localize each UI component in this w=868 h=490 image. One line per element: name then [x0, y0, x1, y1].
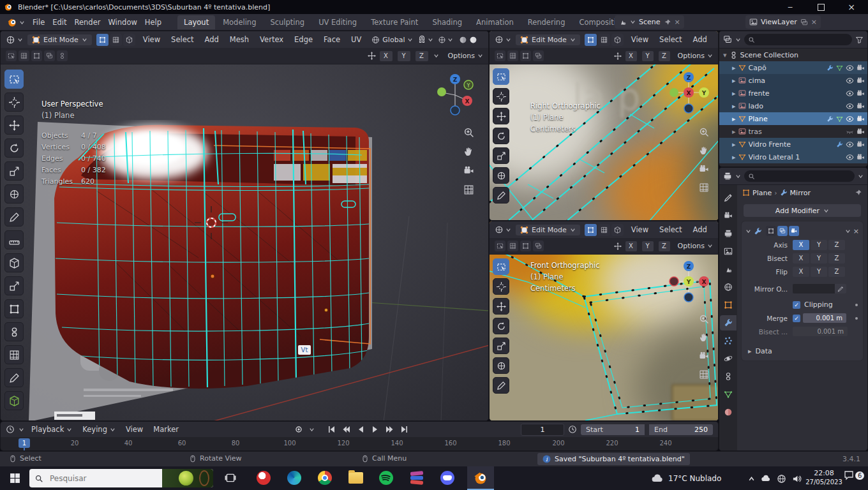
outliner-row-cima[interactable]: ▸ cima [719, 74, 867, 87]
copy-icon[interactable] [800, 19, 808, 26]
search-input[interactable] [49, 473, 150, 484]
menu-file[interactable]: File [29, 17, 48, 28]
menu-view[interactable]: View [140, 34, 163, 45]
hide-eye-icon[interactable] [846, 140, 854, 149]
menu-vertex[interactable]: Vertex [257, 34, 287, 45]
menu-render[interactable]: Render [71, 17, 104, 28]
tool-move[interactable] [4, 115, 24, 135]
camera-view-icon[interactable] [463, 165, 474, 176]
app-icon-winrar[interactable] [407, 468, 426, 487]
proportional-editing-toggle[interactable] [438, 36, 453, 44]
tool-move[interactable] [493, 108, 509, 124]
onedrive-icon[interactable] [758, 469, 774, 488]
tab-object[interactable] [720, 297, 737, 313]
menu-marker[interactable]: Marker [150, 424, 182, 435]
outliner-row-vidro-frente[interactable]: ▸ Vidro Frente [719, 138, 867, 151]
axis-x-button[interactable]: X [793, 240, 809, 250]
tool-transform[interactable] [4, 184, 24, 204]
start-button[interactable] [5, 468, 24, 487]
tool-widget-5[interactable] [57, 50, 68, 61]
navigation-gizmo[interactable]: Z Y X [433, 71, 477, 117]
tool-widget-4[interactable] [533, 241, 544, 251]
tool-inset[interactable] [4, 299, 24, 318]
breadcrumb-modifier[interactable]: Mirror [790, 189, 811, 197]
data-expander[interactable]: ▸ Data [742, 345, 863, 358]
search-input[interactable] [758, 35, 837, 45]
tab-uv-editing[interactable]: UV Editing [312, 15, 363, 29]
camera-visibility-icon[interactable] [857, 77, 865, 85]
tab-scene[interactable] [720, 262, 737, 277]
mode-dropdown[interactable]: Edit Mode [516, 225, 580, 235]
menu-uv[interactable]: UV [348, 34, 364, 45]
tool-cursor[interactable] [493, 88, 509, 105]
modifier-extras-icon[interactable] [845, 228, 851, 234]
mirror-z-button[interactable]: Z [415, 51, 428, 61]
menu-view[interactable]: View [123, 424, 146, 435]
mirror-object-field[interactable] [793, 284, 835, 293]
blender-menu-button[interactable] [4, 17, 28, 27]
vertex-select-button[interactable] [96, 34, 108, 46]
task-view-button[interactable] [221, 468, 240, 487]
menu-edge[interactable]: Edge [291, 34, 316, 45]
menu-add[interactable]: Add [690, 34, 710, 45]
saved-notification[interactable]: i Saved "Suburban 4º tentativa.blend" [537, 453, 690, 465]
vertex-select-button[interactable] [585, 34, 597, 46]
tray-expand-button[interactable] [744, 469, 758, 488]
merge-value-field[interactable]: 0.001 m [803, 313, 846, 323]
tool-bevel[interactable] [4, 322, 24, 341]
pin-icon[interactable] [664, 19, 671, 26]
bisect-z-button[interactable]: Z [828, 253, 845, 264]
camera-visibility-icon[interactable] [857, 102, 865, 110]
options-dropdown[interactable]: Options [678, 242, 713, 250]
navigation-gizmo[interactable]: Z Y X [668, 258, 712, 304]
pan-hand-icon[interactable] [699, 332, 709, 343]
start-frame-field[interactable]: Start1 [581, 424, 645, 435]
viewport-right-ortho[interactable]: la p Edit Mode [489, 31, 719, 221]
menu-add[interactable]: Add [202, 34, 222, 45]
tool-measure[interactable] [4, 230, 24, 249]
mirror-x-button[interactable]: X [625, 51, 637, 61]
breadcrumb-object[interactable]: Plane [752, 189, 772, 197]
camera-visibility-icon[interactable] [857, 115, 865, 123]
tool-select-box[interactable] [493, 258, 509, 275]
modifier-close-icon[interactable]: × [853, 227, 859, 235]
edge-select-button[interactable] [598, 224, 610, 236]
mirror-y-button[interactable]: Y [642, 51, 654, 61]
minimize-button[interactable]: ─ [777, 3, 803, 11]
menu-select[interactable]: Select [656, 34, 685, 45]
mirror-y-button[interactable]: Y [398, 51, 410, 61]
bisect-y-button[interactable]: Y [811, 253, 827, 264]
outliner-row-lado[interactable]: ▸ lado [719, 100, 867, 112]
app-icon-explorer[interactable] [346, 468, 365, 487]
jump-to-end-button[interactable] [398, 424, 411, 435]
tool-widget-2[interactable] [507, 241, 518, 251]
orientation-dropdown[interactable]: Global [371, 36, 413, 44]
tab-world[interactable] [720, 279, 737, 295]
ortho-grid-icon[interactable] [463, 184, 474, 195]
camera-visibility-icon[interactable] [857, 140, 865, 149]
scene-selector[interactable]: Scene × [615, 15, 684, 29]
tool-move[interactable] [493, 298, 509, 315]
menu-view[interactable]: View [628, 224, 652, 235]
vertex-select-button[interactable] [585, 224, 597, 236]
tool-widget-1[interactable] [495, 50, 505, 61]
face-select-button[interactable] [611, 34, 624, 46]
tool-poly-build[interactable] [4, 391, 24, 410]
tool-widget-3[interactable] [520, 50, 531, 61]
play-button[interactable] [369, 424, 382, 435]
flip-y-button[interactable]: Y [811, 267, 827, 277]
network-icon[interactable] [774, 469, 789, 488]
tool-annotate[interactable] [4, 207, 24, 226]
navigation-gizmo[interactable]: Z X Y [668, 70, 712, 115]
app-icon-game[interactable] [254, 468, 273, 487]
clock-widget[interactable]: 22:08 27/05/2023 [805, 469, 842, 487]
filter-icon[interactable] [855, 36, 864, 44]
camera-visibility-icon[interactable] [857, 89, 865, 98]
current-frame-field[interactable]: 1 [521, 424, 564, 436]
outliner-search[interactable] [744, 34, 852, 45]
editor-type-button[interactable] [6, 35, 23, 45]
camera-view-icon[interactable] [699, 164, 709, 174]
menu-face[interactable]: Face [320, 34, 343, 45]
tab-sculpting[interactable]: Sculpting [264, 15, 311, 29]
flip-x-button[interactable]: X [793, 267, 809, 277]
